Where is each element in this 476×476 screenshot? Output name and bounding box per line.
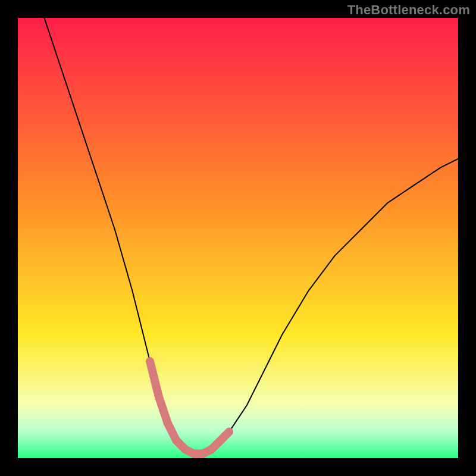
bottleneck-chart [18,18,458,458]
watermark-text: TheBottleneck.com [347,2,470,18]
gradient-background [18,18,458,458]
